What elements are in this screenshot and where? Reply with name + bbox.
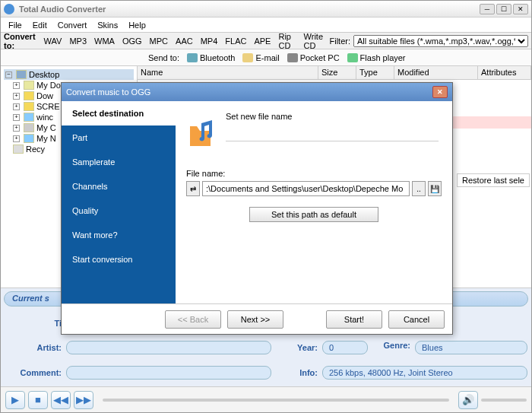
year-label: Year: <box>276 343 318 352</box>
file-list-header: Name Size Type Modified Attributes <box>138 66 531 80</box>
titlebar: Total Audio Converter ─ ☐ ✕ <box>1 1 531 17</box>
menubar: File Edit Convert Skins Help <box>1 17 531 33</box>
convert-toolbar: Convert to: WAV MP3 WMA OGG MPC AAC MP4 … <box>1 33 531 49</box>
col-modified[interactable]: Modified <box>394 66 478 79</box>
send-flashplayer[interactable]: Flash player <box>347 53 406 62</box>
bluetooth-icon <box>187 53 198 62</box>
back-button[interactable]: << Back <box>165 310 221 329</box>
start-button[interactable]: Start! <box>326 310 382 329</box>
format-aac[interactable]: AAC <box>172 35 197 47</box>
close-button[interactable]: ✕ <box>513 4 528 14</box>
comment-label: Comment: <box>8 368 62 377</box>
format-mp3[interactable]: MP3 <box>65 35 90 47</box>
filename-label: File name: <box>186 169 442 178</box>
step-destination[interactable]: Select destination <box>62 101 176 125</box>
music-folder-icon <box>186 117 218 149</box>
col-type[interactable]: Type <box>356 66 394 79</box>
step-quality[interactable]: Quality <box>62 199 176 223</box>
col-size[interactable]: Size <box>318 66 356 79</box>
format-wav[interactable]: WAV <box>40 35 66 47</box>
menu-edit[interactable]: Edit <box>28 19 52 31</box>
convert-dialog: Convert music to OGG ✕ Select destinatio… <box>61 82 453 335</box>
next-button[interactable]: ▶▶ <box>74 391 93 409</box>
send-email[interactable]: E-mail <box>242 53 279 62</box>
stop-button[interactable]: ■ <box>28 391 48 409</box>
send-bluetooth[interactable]: Bluetooth <box>187 53 235 62</box>
set-default-button[interactable]: Set this path as default <box>249 207 378 222</box>
dialog-header: Set new file name <box>226 112 439 121</box>
step-part[interactable]: Part <box>62 125 176 150</box>
dialog-footer: << Back Next >> Start! Cancel <box>62 303 452 334</box>
info-value: 256 kbps, 48000 Hz, Joint Stereo <box>322 366 527 380</box>
filter-label: Filter: <box>330 37 351 46</box>
convert-label: Convert to: <box>4 32 36 50</box>
player-bar: ▶ ■ ◀◀ ▶▶ 🔊 <box>1 386 531 412</box>
volume-button[interactable]: 🔊 <box>458 391 478 409</box>
col-name[interactable]: Name <box>138 66 318 79</box>
play-button[interactable]: ▶ <box>5 391 25 409</box>
flashplayer-icon <box>347 53 358 62</box>
send-label: Send to: <box>148 53 179 62</box>
volume-slider[interactable] <box>481 399 527 402</box>
send-pocketpc[interactable]: Pocket PC <box>287 53 340 62</box>
step-samplerate[interactable]: Samplerate <box>62 150 176 174</box>
progress-slider[interactable] <box>103 399 449 402</box>
artist-label: Artist: <box>8 343 62 352</box>
prev-button[interactable]: ◀◀ <box>51 391 71 409</box>
send-toolbar: Send to: Bluetooth E-mail Pocket PC Flas… <box>1 49 531 66</box>
menu-convert[interactable]: Convert <box>53 19 92 31</box>
menu-file[interactable]: File <box>4 19 27 31</box>
dialog-sidebar: Select destination Part Samplerate Chann… <box>62 101 176 303</box>
restore-button[interactable]: Restore last sele <box>457 173 530 187</box>
title-label: Ti <box>8 319 62 328</box>
format-writecd[interactable]: Write CD <box>300 30 330 52</box>
menu-skins[interactable]: Skins <box>93 19 122 31</box>
minimize-button[interactable]: ─ <box>480 4 495 14</box>
step-channels[interactable]: Channels <box>62 174 176 199</box>
format-mpc[interactable]: MPC <box>146 35 172 47</box>
format-mp4[interactable]: MP4 <box>197 35 222 47</box>
filter-select[interactable]: All suitable files (*.wma,*.mp3,*.wav,*.… <box>353 35 528 47</box>
step-start[interactable]: Start conversion <box>62 247 176 272</box>
maximize-button[interactable]: ☐ <box>496 4 511 14</box>
format-flac[interactable]: FLAC <box>221 35 250 47</box>
browse-button[interactable]: .. <box>412 181 426 196</box>
format-wma[interactable]: WMA <box>90 35 119 47</box>
filename-input[interactable] <box>202 181 410 196</box>
comment-value <box>66 366 271 380</box>
genre-value: Blues <box>415 341 527 354</box>
info-label: Info: <box>276 368 318 377</box>
dialog-close-button[interactable]: ✕ <box>432 86 448 98</box>
dialog-titlebar: Convert music to OGG ✕ <box>62 83 452 101</box>
window-title: Total Audio Converter <box>19 5 480 14</box>
pocketpc-icon <box>287 53 298 62</box>
email-icon <box>242 53 253 62</box>
save-icon-button[interactable]: 💾 <box>428 181 442 196</box>
format-ape[interactable]: APE <box>250 35 274 47</box>
menu-help[interactable]: Help <box>124 19 150 31</box>
dialog-title: Convert music to OGG <box>66 87 432 97</box>
format-ripcd[interactable]: Rip CD <box>274 30 299 52</box>
genre-label: Genre: <box>372 341 410 354</box>
step-wantmore[interactable]: Want more? <box>62 223 176 247</box>
path-left-button[interactable]: ⇄ <box>186 181 200 196</box>
dialog-main: Set new file name File name: ⇄ .. 💾 Set … <box>176 101 452 303</box>
format-ogg[interactable]: OGG <box>119 35 146 47</box>
app-icon <box>4 4 14 14</box>
next-button[interactable]: Next >> <box>227 310 283 329</box>
cancel-button[interactable]: Cancel <box>388 310 445 329</box>
year-value: 0 <box>322 341 368 354</box>
tree-desktop[interactable]: −Desktop <box>4 69 134 80</box>
artist-value <box>66 341 271 354</box>
col-attributes[interactable]: Attributes <box>478 66 531 79</box>
